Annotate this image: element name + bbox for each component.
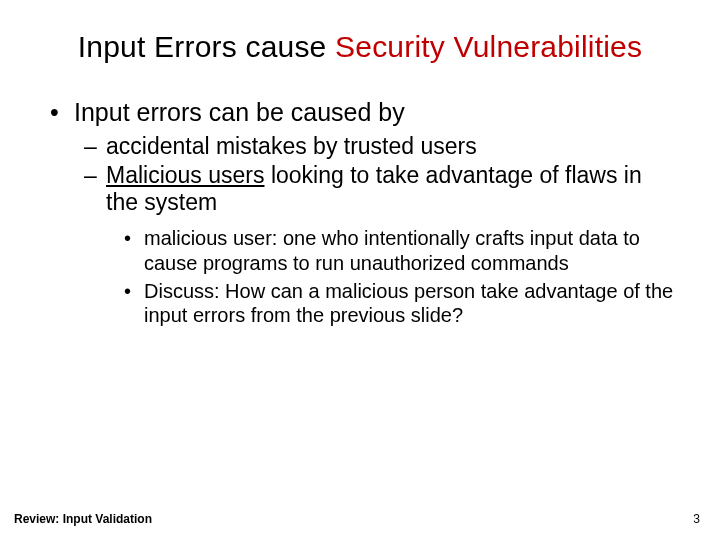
bullet1-text: Input errors can be caused by <box>74 98 405 126</box>
subsub1-text: malicious user: one who intentionally cr… <box>144 227 640 273</box>
footer-left: Review: Input Validation <box>14 512 152 526</box>
sub2-underlined: Malicious users <box>106 162 265 188</box>
slide-body: Input errors can be caused by accidental… <box>40 98 680 328</box>
slide: Input Errors cause Security Vulnerabilit… <box>0 0 720 540</box>
slide-title: Input Errors cause Security Vulnerabilit… <box>40 30 680 64</box>
list-item: Input errors can be caused by accidental… <box>48 98 680 328</box>
sub1-text: accidental mistakes by trusted users <box>106 133 477 159</box>
page-number: 3 <box>693 512 700 526</box>
bullet-list-level3: malicious user: one who intentionally cr… <box>124 226 680 328</box>
subsub2-text: Discuss: How can a malicious person take… <box>144 280 673 326</box>
list-item: malicious user: one who intentionally cr… <box>124 226 680 275</box>
bullet-list-level1: Input errors can be caused by accidental… <box>48 98 680 328</box>
title-highlight: Security Vulnerabilities <box>335 30 642 63</box>
title-prefix: Input Errors cause <box>78 30 335 63</box>
list-item: accidental mistakes by trusted users <box>84 133 680 160</box>
list-item: Discuss: How can a malicious person take… <box>124 279 680 328</box>
list-item: Malicious users looking to take advantag… <box>84 162 680 328</box>
bullet-list-level2: accidental mistakes by trusted users Mal… <box>84 133 680 328</box>
